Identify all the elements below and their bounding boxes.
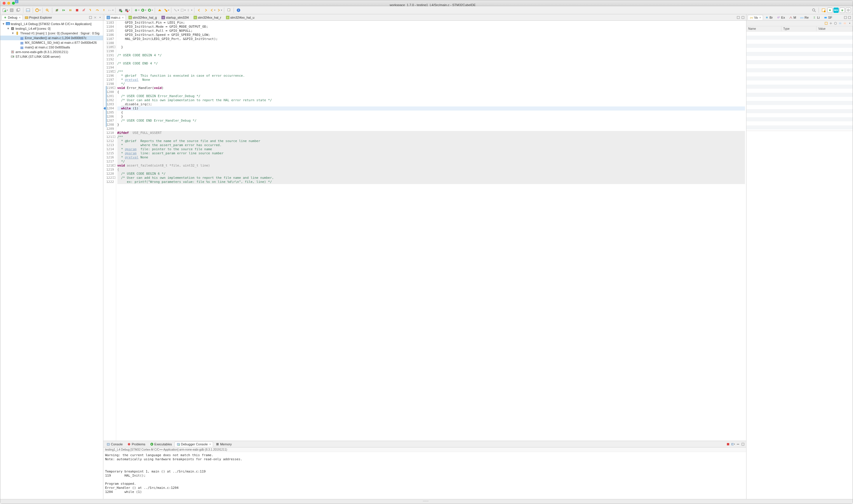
debug-tree-item[interactable]: ▼testing1_L4.elf [cores: 0]	[0, 26, 103, 31]
right-tab-li[interactable]: ΣLi	[811, 15, 822, 20]
info-button[interactable]: i	[236, 7, 241, 13]
link-editor-icon[interactable]	[93, 16, 97, 20]
settings-perspective-button[interactable]	[846, 7, 851, 13]
nav-fwd-button[interactable]	[203, 7, 209, 13]
close-icon[interactable]: ×	[19, 16, 20, 19]
display-console-button[interactable]	[731, 442, 735, 446]
maximize-icon[interactable]	[848, 16, 852, 20]
reset-chip-button[interactable]	[117, 7, 123, 13]
editor-tab[interactable]: hstm32l4xx_hal_g	[126, 15, 159, 20]
edit-tool-1[interactable]	[180, 7, 186, 13]
bottom-tab[interactable]: Executables	[148, 442, 174, 447]
maximize-icon[interactable]	[741, 16, 745, 20]
col-value[interactable]: Value	[817, 26, 853, 31]
open-task-button[interactable]	[163, 7, 169, 13]
right-tab-re[interactable]: 1010Re	[798, 15, 811, 20]
nav-fwd-history[interactable]	[216, 7, 222, 13]
line-gutter[interactable]: 1183118411851186118711881189-11901191119…	[103, 21, 116, 441]
step-return-button[interactable]	[101, 7, 107, 13]
col-name[interactable]: Name	[746, 26, 782, 31]
debug-tree[interactable]: ▼IDEtesting1_L4 Debug [STM32 Cortex-M C/…	[0, 21, 103, 499]
right-tab-ex[interactable]: 6⁰Ex	[775, 15, 787, 20]
close-icon[interactable]: ×	[759, 16, 761, 19]
debug-tree-item[interactable]: ST-LINK (ST-LINK GDB server)	[0, 54, 103, 59]
var-tool-0[interactable]	[824, 21, 828, 25]
stop-build-button[interactable]	[124, 7, 130, 13]
code-area[interactable]: GPIO_InitStruct.Pin = LED1_Pin; GPIO_Ini…	[116, 21, 746, 441]
right-tab-sf[interactable]: SF	[822, 15, 834, 20]
nav-back-history[interactable]	[210, 7, 215, 13]
var-tool-4[interactable]	[843, 21, 847, 25]
debug-tree-item[interactable]: Error_Handler() at main.c:1,204 0x800b97…	[0, 36, 103, 40]
hex-button[interactable]: 010	[25, 7, 31, 13]
debug-tree-item[interactable]: arm-none-eabi-gdb (8.3.1.20191211)	[0, 50, 103, 54]
edit-tool-2[interactable]	[187, 7, 192, 13]
minimize-icon[interactable]	[736, 442, 740, 446]
run-launch-button[interactable]	[140, 7, 146, 13]
open-type-button[interactable]	[157, 7, 162, 13]
build-button[interactable]	[35, 7, 40, 13]
svg-point-85	[766, 17, 768, 18]
debug-view-tab[interactable]: Debug ×	[1, 15, 23, 20]
step-over-button[interactable]	[94, 7, 100, 13]
bottom-tab[interactable]: Debugger Console×	[175, 442, 213, 447]
variables-rows[interactable]	[746, 32, 853, 131]
editor-tab[interactable]: hstm32l4xx_hal_r	[192, 15, 223, 20]
editor-tab[interactable]: hstm32l4xx_hal_u	[224, 15, 257, 20]
save-button[interactable]	[9, 7, 15, 13]
svg-rect-90	[844, 16, 847, 19]
save-all-button[interactable]	[16, 7, 21, 13]
debug-perspective-button[interactable]	[827, 7, 833, 13]
disconnect-button[interactable]	[81, 7, 87, 13]
suspend-button[interactable]	[67, 7, 73, 13]
right-tab-va[interactable]: (x)=Va×	[748, 15, 763, 20]
minimize-icon[interactable]	[736, 16, 740, 20]
right-tab-br[interactable]: Br	[763, 15, 775, 20]
close-icon[interactable]: ×	[209, 443, 211, 446]
edit-tool-0[interactable]	[173, 7, 179, 13]
project-explorer-tab[interactable]: Project Explorer	[23, 15, 54, 20]
collapse-all-icon[interactable]	[88, 16, 92, 20]
bottom-tab[interactable]: Console	[105, 442, 125, 447]
var-menu[interactable]	[848, 21, 852, 25]
code-editor[interactable]: 1183118411851186118711881189-11901191119…	[103, 21, 746, 441]
editor-tab[interactable]: cmain.c×	[105, 15, 126, 20]
close-window-button[interactable]	[3, 2, 5, 5]
var-tool-1[interactable]	[829, 21, 833, 25]
bottom-tab[interactable]: Memory	[214, 442, 234, 447]
minimize-window-button[interactable]	[7, 2, 10, 5]
search-button[interactable]	[45, 7, 50, 13]
var-tool-2[interactable]	[833, 21, 837, 25]
var-tool-3[interactable]	[838, 21, 842, 25]
debug-tree-item[interactable]: MX_SDMMC1_SD_Init() at main.c:877 0x800b…	[0, 40, 103, 45]
maximize-icon[interactable]	[741, 442, 745, 446]
debug-tree-item[interactable]: main() at main.c:150 0x800aafa	[0, 45, 103, 50]
new-button[interactable]	[2, 7, 8, 13]
resume-button[interactable]	[61, 7, 67, 13]
bottom-tab[interactable]: !Problems	[125, 442, 147, 447]
profile-button[interactable]	[147, 7, 153, 13]
minimize-icon[interactable]	[843, 16, 848, 20]
view-menu-icon[interactable]	[98, 16, 102, 20]
debug-tree-item[interactable]: ▼Thread #1 [main] 1 [core: 0] (Suspended…	[0, 31, 103, 36]
c-perspective-button[interactable]: ⊞	[839, 7, 845, 13]
skip-breakpoints-button[interactable]	[54, 7, 60, 13]
step-into-button[interactable]	[88, 7, 93, 13]
open-perspective-button[interactable]	[821, 7, 826, 13]
editor-tab[interactable]: Sstartup_stm32l4	[159, 15, 191, 20]
terminate-button[interactable]	[74, 7, 80, 13]
debug-launch-button[interactable]	[134, 7, 140, 13]
nav-back-button[interactable]	[196, 7, 202, 13]
close-icon[interactable]: ×	[122, 16, 123, 19]
terminate-console-button[interactable]	[726, 442, 730, 446]
right-tab-m[interactable]: M	[787, 15, 798, 20]
col-type[interactable]: Type	[782, 26, 817, 31]
quick-access-search-icon[interactable]	[811, 7, 817, 13]
svg-rect-83	[742, 443, 744, 445]
mx-perspective-button[interactable]: MX	[833, 7, 839, 13]
debugger-console-output[interactable]: Warning: the current language does not m…	[103, 452, 746, 499]
debug-tree-item[interactable]: ▼IDEtesting1_L4 Debug [STM32 Cortex-M C/…	[0, 22, 103, 26]
instruction-step-button[interactable]: i→	[108, 7, 114, 13]
zoom-window-button[interactable]	[12, 2, 15, 5]
pin-editor-button[interactable]	[226, 7, 232, 13]
